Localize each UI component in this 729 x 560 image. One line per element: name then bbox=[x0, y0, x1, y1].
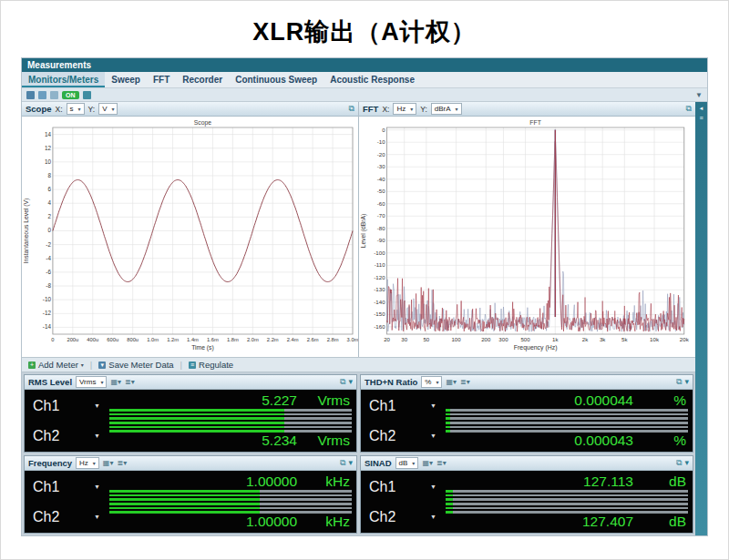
plots-row: Scope X: s▾ Y: V▾ ⧉ 14121086420-2-4-6-8-… bbox=[22, 102, 695, 357]
fft-chart: 0-10-20-30-40-50-60-70-80-90-100-110-120… bbox=[359, 117, 695, 357]
svg-text:1k: 1k bbox=[552, 337, 559, 342]
measurement-tab-bar: Monitors/Meters Sweep FFT Recorder Conti… bbox=[22, 72, 707, 88]
channel-dropdown-icon[interactable]: ▼ bbox=[94, 433, 100, 439]
svg-text:-4: -4 bbox=[46, 255, 51, 261]
save-meter-data-button[interactable]: ▾ Save Meter Data bbox=[97, 360, 175, 370]
svg-text:400u: 400u bbox=[87, 337, 98, 342]
settings-icon[interactable] bbox=[83, 91, 91, 99]
regulate-button[interactable]: ≡ Regulate bbox=[187, 360, 235, 370]
svg-text:Time (s): Time (s) bbox=[191, 344, 214, 351]
meter-bar-mode-icon[interactable]: ▦▾ bbox=[103, 459, 114, 467]
meter-menu-icon[interactable]: ▾ bbox=[684, 458, 689, 468]
meter-popout-icon[interactable]: ⧉ bbox=[340, 377, 345, 387]
bar-graph bbox=[446, 409, 688, 420]
tab-sweep[interactable]: Sweep bbox=[105, 72, 147, 87]
regulate-icon: ≡ bbox=[189, 361, 196, 369]
navigator-strip[interactable]: ◂ ≡ bbox=[695, 102, 707, 535]
channel-bar: 127.407dB bbox=[446, 502, 688, 532]
channel-bar: 1.00000kHz bbox=[109, 472, 352, 502]
svg-text:Frequency (Hz): Frequency (Hz) bbox=[514, 344, 558, 351]
channel-label: Ch1▼ bbox=[29, 472, 109, 502]
bar-graph bbox=[109, 490, 352, 501]
svg-text:-8: -8 bbox=[46, 282, 51, 289]
add-meter-caret-icon: ▾ bbox=[81, 361, 84, 368]
navigator-collapse-icon[interactable]: ◂ bbox=[700, 105, 703, 112]
meter-bar-mode-icon[interactable]: ▦▾ bbox=[446, 378, 457, 386]
bar-graph bbox=[109, 409, 352, 420]
meter-bar-mode-icon[interactable]: ▦▾ bbox=[110, 378, 121, 386]
svg-text:-10: -10 bbox=[43, 296, 52, 302]
svg-text:-20: -20 bbox=[377, 152, 385, 158]
svg-text:20: 20 bbox=[384, 337, 390, 342]
svg-text:0: 0 bbox=[51, 337, 54, 342]
fft-popout-icon[interactable]: ⧉ bbox=[686, 104, 692, 114]
meter-popout-icon[interactable]: ⧉ bbox=[676, 377, 682, 387]
channel-dropdown-icon[interactable]: ▼ bbox=[430, 484, 436, 490]
channel-row: Ch1▼ 5.227Vrms bbox=[29, 391, 352, 421]
svg-text:14: 14 bbox=[45, 131, 51, 137]
tab-fft[interactable]: FFT bbox=[147, 72, 176, 87]
navigator-menu-icon[interactable]: ≡ bbox=[699, 115, 703, 121]
svg-text:-14: -14 bbox=[43, 323, 52, 330]
meter-menu-icon[interactable]: ▾ bbox=[684, 377, 689, 387]
layout-icon[interactable] bbox=[38, 91, 46, 99]
meter-options-icon[interactable]: ≣▾ bbox=[117, 459, 127, 467]
svg-text:100: 100 bbox=[451, 337, 461, 342]
meter-options-icon[interactable]: ≣▾ bbox=[125, 378, 135, 386]
tab-recorder[interactable]: Recorder bbox=[176, 72, 229, 87]
channel-dropdown-icon[interactable]: ▼ bbox=[430, 514, 436, 520]
fft-x-unit-select[interactable]: Hz▾ bbox=[393, 103, 416, 115]
tab-acoustic-response[interactable]: Acoustic Response bbox=[323, 72, 421, 87]
generator-on-toggle[interactable]: ON bbox=[62, 91, 79, 99]
fft-y-unit-select[interactable]: dBrA▾ bbox=[431, 103, 462, 115]
meter-unit-select[interactable]: dB▾ bbox=[395, 457, 419, 469]
svg-text:FFT: FFT bbox=[529, 119, 542, 126]
meter-menu-icon[interactable]: ▾ bbox=[348, 458, 353, 468]
channel-label: Ch2▼ bbox=[29, 502, 109, 532]
screenshot-page: XLR输出（A计权） Measurements Monitors/Meters … bbox=[0, 0, 729, 560]
meter-unit-select[interactable]: Vrms▾ bbox=[76, 376, 107, 388]
grid-view-icon[interactable] bbox=[50, 91, 58, 99]
scope-panel: Scope X: s▾ Y: V▾ ⧉ 14121086420-2-4-6-8-… bbox=[22, 102, 359, 357]
scope-popout-icon[interactable]: ⧉ bbox=[349, 104, 354, 114]
svg-text:-30: -30 bbox=[377, 164, 385, 169]
fft-panel-title: FFT bbox=[363, 104, 378, 114]
svg-text:-10: -10 bbox=[377, 139, 385, 145]
scope-x-unit-select[interactable]: s▾ bbox=[67, 103, 85, 115]
meter-popout-icon[interactable]: ⧉ bbox=[340, 458, 345, 468]
channel-row: Ch1▼ 0.000044% bbox=[365, 391, 688, 421]
channel-label: Ch1▼ bbox=[365, 472, 446, 502]
svg-text:-40: -40 bbox=[377, 177, 385, 182]
monitors-icon[interactable] bbox=[26, 91, 35, 99]
meter-title: THD+N Ratio bbox=[364, 377, 417, 387]
meter-unit-select[interactable]: Hz▾ bbox=[76, 457, 99, 469]
scope-x-axis-label: X: bbox=[56, 105, 63, 114]
svg-text:3.0m: 3.0m bbox=[347, 337, 358, 342]
meter-unit-select[interactable]: %▾ bbox=[421, 376, 442, 388]
channel-dropdown-icon[interactable]: ▼ bbox=[430, 402, 436, 409]
channel-row: Ch2▼ 127.407dB bbox=[365, 502, 688, 532]
channel-dropdown-icon[interactable]: ▼ bbox=[94, 484, 100, 490]
channel-dropdown-icon[interactable]: ▼ bbox=[94, 402, 100, 409]
scope-y-unit-select[interactable]: V▾ bbox=[98, 103, 118, 115]
meter-menu-icon[interactable]: ▾ bbox=[348, 377, 353, 387]
meter-options-icon[interactable]: ≣▾ bbox=[460, 378, 470, 386]
svg-text:0: 0 bbox=[47, 227, 51, 233]
channel-value: 5.227Vrms bbox=[262, 392, 350, 409]
filter-caret-icon[interactable]: ▼ bbox=[695, 91, 703, 99]
svg-text:200: 200 bbox=[481, 337, 491, 342]
svg-text:1.2m: 1.2m bbox=[167, 337, 179, 342]
svg-text:2: 2 bbox=[47, 213, 51, 219]
meter-bar-mode-icon[interactable]: ▦▾ bbox=[422, 459, 433, 467]
channel-label: Ch2▼ bbox=[29, 421, 109, 451]
svg-text:-90: -90 bbox=[377, 238, 385, 243]
tab-continuous-sweep[interactable]: Continuous Sweep bbox=[229, 72, 323, 87]
channel-dropdown-icon[interactable]: ▼ bbox=[94, 514, 100, 520]
meters-grid: RMS Level Vrms▾ ▦▾ ≣▾ ⧉▾ Ch1▼ 5.227Vrms bbox=[22, 372, 695, 535]
tab-monitors-meters[interactable]: Monitors/Meters bbox=[22, 72, 105, 87]
svg-text:2k: 2k bbox=[582, 337, 589, 342]
add-meter-button[interactable]: + Add Meter ▾ bbox=[26, 360, 86, 370]
meter-popout-icon[interactable]: ⧉ bbox=[676, 458, 682, 468]
channel-dropdown-icon[interactable]: ▼ bbox=[430, 433, 436, 439]
meter-options-icon[interactable]: ≣▾ bbox=[436, 459, 447, 467]
